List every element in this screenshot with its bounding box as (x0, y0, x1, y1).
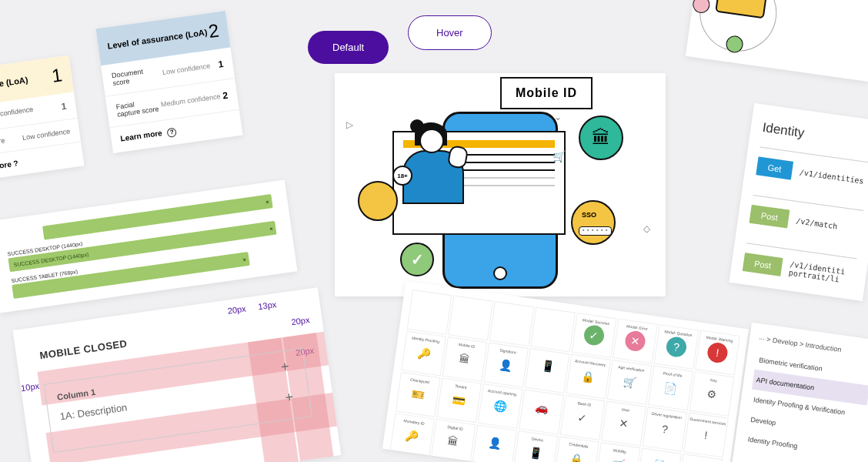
api-panel: Identity Get/v1/identitiesPost/v2/matchP… (729, 103, 868, 301)
category-icon: 📄 (659, 377, 682, 399)
grid-header (407, 290, 452, 335)
category-icon: 🎫 (406, 383, 429, 406)
grid-cell[interactable]: Tenant💳 (436, 378, 482, 424)
loa1-r2-label: pture (0, 136, 5, 146)
hover-button[interactable]: Hover (408, 15, 492, 50)
category-icon: 🔒 (577, 365, 599, 387)
category-icon: ✓ (571, 407, 593, 429)
icon-grid: Modal: Success✓Modal: Error✕Modal: Quest… (382, 281, 749, 462)
grid-header: Modal: Error✕ (613, 319, 658, 364)
category-icon: 🏛 (453, 348, 476, 370)
grid-cell[interactable]: 📱 (525, 348, 570, 393)
spec-card: 20px 13px 20px 20px 10px MOBILE CLOSED C… (13, 287, 342, 462)
grid-cell[interactable]: User✕ (601, 401, 646, 447)
grid-cell[interactable]: 🚗 (519, 390, 564, 435)
category-icon: 👤 (484, 431, 506, 454)
loa2-r2-conf: Medium confidence (160, 92, 221, 109)
grid-cell[interactable]: Mobile ID🏛 (442, 336, 488, 382)
grid-cell[interactable]: Government services! (683, 413, 729, 458)
expand-icon[interactable]: + (284, 389, 294, 406)
grid-header: Modal: Success✓ (572, 313, 617, 358)
grid-cell[interactable]: 👤 (472, 425, 517, 462)
breakpoints-editor: × SUCCESS DESKTOP (1440px) SUCCESS DESKT… (0, 179, 297, 313)
mobile-id-illustration: Mobile ID 18+ 🏛 SSO * * * * * * ✓ 🛒 ⌄ ◇ … (335, 73, 666, 296)
category-icon: 🔒 (566, 447, 588, 462)
status-icon: ! (706, 341, 729, 363)
category-icon: ⚙ (700, 383, 723, 405)
api-endpoint-row[interactable]: Get/v1/identities (755, 147, 868, 197)
grid-cell[interactable]: Account Recovery🔒 (566, 354, 611, 400)
emoji-icon (358, 181, 398, 221)
grid-cell[interactable]: Device📱 (513, 430, 559, 462)
grid-cell[interactable]: Key⚙ (689, 371, 735, 417)
bank-icon: 🏛 (579, 116, 623, 160)
loa2-header: Level of assurance (LoA) (107, 28, 208, 51)
loa1-r1-score: 1 (61, 101, 68, 112)
loa2-score: 2 (207, 20, 220, 43)
loa1-r1-conf: Low confidence (0, 105, 34, 123)
category-icon: 📱 (524, 442, 546, 462)
loa1-r2-conf: Low confidence (22, 127, 70, 142)
loa2-r1-score: 1 (218, 59, 225, 70)
status-icon: ✓ (583, 324, 605, 346)
doc-nav: ··· > Develop > Introduction Biometric v… (732, 323, 868, 462)
grid-cell[interactable]: Identity Proofing🔑 (401, 331, 446, 377)
category-icon: 🚗 (531, 396, 553, 418)
grid-cell[interactable]: Bank ID✓ (560, 395, 606, 440)
grid-cell[interactable]: Proof of life📄 (648, 366, 693, 411)
cart-icon: 🛒 (553, 150, 566, 162)
loa1-score: 1 (51, 64, 64, 87)
loa-card-1: rance (LoA) 1 Low confidence 1 pture Low… (0, 55, 84, 180)
close-icon[interactable]: × (269, 226, 273, 232)
loa2-r1-label: Document score (111, 66, 155, 87)
grid-header (489, 301, 535, 346)
grid-cell[interactable]: Signature👤 (483, 343, 529, 388)
api-endpoint-row[interactable]: Post/v2/match (748, 195, 863, 245)
category-icon: 🛒 (606, 454, 629, 462)
grid-cell[interactable]: Driver registration? (643, 407, 688, 452)
method-badge: Post (749, 205, 790, 229)
dim-10px: 10px (20, 381, 39, 393)
method-badge: Post (743, 253, 783, 276)
grid-cell[interactable]: Credentials🔒 (554, 437, 599, 462)
dim-20px-2: 20px (291, 315, 310, 326)
mobile-id-title: Mobile ID (500, 77, 593, 109)
api-title: Identity (761, 120, 868, 151)
category-icon: 🛒 (618, 371, 640, 393)
loa2-r1-conf: Low confidence (162, 62, 210, 76)
status-icon: ✕ (624, 330, 646, 352)
category-icon: 🔑 (412, 342, 435, 364)
diamond-icon: ◇ (643, 223, 650, 234)
close-icon[interactable]: × (242, 256, 246, 263)
category-icon: 📱 (536, 355, 559, 377)
category-icon: 📄 (649, 454, 671, 462)
api-endpoint-row[interactable]: Post/v1/identiti portrait/li (742, 243, 857, 293)
grid-header (530, 307, 576, 353)
category-icon: 🏛 (442, 430, 464, 453)
grid-cell[interactable]: Monetary ID🔑 (389, 413, 435, 458)
default-button[interactable]: Default (308, 31, 389, 64)
category-icon: 🌐 (489, 395, 511, 417)
grid-header (448, 296, 493, 341)
dim-20px: 20px (227, 304, 246, 316)
grid-cell[interactable]: Digital ID🏛 (431, 419, 476, 462)
sso-icon: SSO * * * * * * (571, 200, 616, 245)
loa-card-2: Level of assurance (LoA) 2 Document scor… (95, 11, 242, 153)
category-icon: 💳 (448, 389, 470, 411)
age-badge-icon: 18+ (392, 166, 412, 186)
grid-cell[interactable]: Account opening🌐 (478, 383, 523, 429)
grid-cell[interactable]: Checkpoint🎫 (396, 372, 441, 417)
api-path: /v1/identiti portrait/li (788, 260, 855, 286)
category-icon: ✕ (613, 412, 635, 434)
help-icon: ? (167, 127, 178, 138)
method-badge: Get (756, 156, 793, 179)
grid-header: Modal: Warning! (695, 330, 740, 376)
close-icon[interactable]: × (265, 199, 269, 205)
loa2-r2-label: Facial capture score (115, 97, 159, 118)
grid-cell[interactable]: Age verification🛒 (607, 360, 653, 405)
help-icon: ? (13, 159, 19, 168)
status-icon: ? (665, 336, 687, 358)
api-path: /v2/match (796, 216, 838, 230)
play-icon: ▷ (346, 119, 353, 130)
chevron-down-icon: ⌄ (554, 112, 562, 122)
